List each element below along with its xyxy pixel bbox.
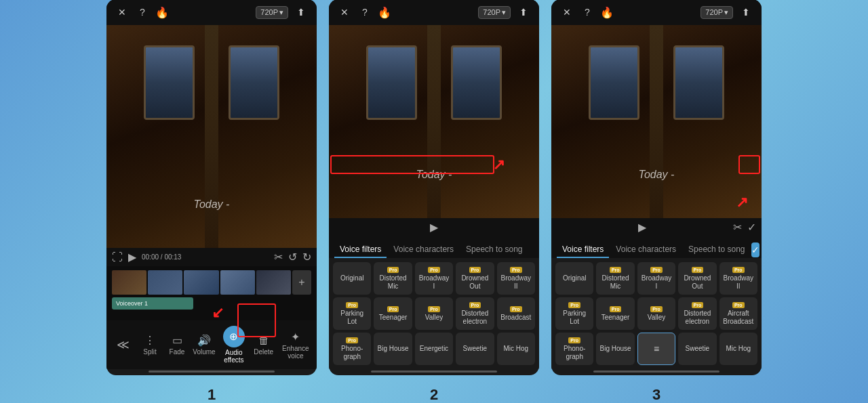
bottom-toolbar-1: ≪ ⋮ Split ▭ Fade 🔊 Volume ⊕ (106, 320, 317, 369)
effect-original-2[interactable]: Original (333, 262, 371, 295)
redo-btn-1[interactable]: ↻ (302, 251, 311, 263)
audio-effects-btn-1[interactable]: ⊕ Audio effects (218, 326, 250, 364)
enhance-btn-1[interactable]: ✦ Enhance voice (277, 331, 314, 360)
quality-badge-3[interactable]: 720P ▾ (701, 6, 733, 19)
effect-broadcast-2[interactable]: Pro Broadcast (497, 297, 535, 330)
effect-drowned-out-3[interactable]: Pro Drowned Out (678, 262, 716, 295)
thumb-4 (220, 270, 255, 295)
mic-hog-icon-selected: ≡ (654, 343, 659, 354)
close-button-3[interactable]: ✕ (559, 5, 574, 20)
red-arrow-1: ↙ (212, 304, 224, 320)
controls-bar-2: ▶ (329, 218, 539, 236)
flame-icon-2: 🔥 (378, 6, 391, 19)
train-window-right-3 (673, 45, 724, 120)
effect-distorted-electron-3[interactable]: Pro Distorted electron (678, 297, 716, 330)
voiceover-label-1: Voiceover 1 (116, 300, 148, 307)
audio-effects-icon-1: ⊕ (229, 331, 238, 343)
effect-teenager-3[interactable]: Pro Teenager (596, 297, 634, 330)
effect-energetic-2[interactable]: Energetic (415, 333, 453, 365)
upload-button-3[interactable]: ⬆ (738, 5, 753, 20)
thumb-1 (112, 270, 146, 295)
delete-btn-1[interactable]: 🗑 Delete (250, 335, 277, 356)
effect-original-3[interactable]: Original (555, 262, 593, 295)
effect-broadway-i-3[interactable]: Pro Broadway I (637, 262, 675, 295)
effect-big-house-3[interactable]: Big House (596, 333, 634, 365)
step-num-1: 1 (106, 386, 317, 403)
effect-drowned-out-2[interactable]: Pro Drowned Out (456, 262, 494, 295)
fullscreen-btn-1[interactable]: ⛶ (112, 251, 123, 263)
collapse-icon-1: ≪ (117, 337, 130, 352)
video-text-3: Today - (639, 169, 675, 181)
upload-button-1[interactable]: ⬆ (294, 5, 309, 20)
play-btn-2[interactable]: ▶ (430, 221, 438, 234)
effect-mic-hog-3[interactable]: Mic Hog (719, 333, 757, 365)
effect-broadway-i-2[interactable]: Pro Broadway I (415, 262, 453, 295)
play-btn-3[interactable]: ▶ (638, 221, 646, 234)
tab-speech-to-song-3[interactable]: Speech to song (683, 242, 750, 258)
help-button-1[interactable]: ? (135, 5, 150, 20)
quality-badge-2[interactable]: 720P ▾ (478, 6, 511, 19)
delete-icon-1: 🗑 (258, 335, 269, 347)
effect-mic-hog-2[interactable]: Mic Hog (497, 333, 535, 365)
tabs-row-2: Voice filters Voice characters Speech to… (329, 236, 539, 258)
tab-voice-filters-2[interactable]: Voice filters (334, 242, 387, 258)
effect-distorted-mic-2[interactable]: Pro Distorted Mic (374, 262, 412, 295)
thumb-2 (148, 270, 182, 295)
close-button-1[interactable]: ✕ (115, 5, 130, 20)
train-window-left-3 (589, 45, 639, 120)
thumb-3 (184, 270, 218, 295)
video-preview-2: Today - (329, 25, 539, 218)
effect-valley-3[interactable]: Pro Valley (637, 297, 675, 330)
scissors-btn-1[interactable]: ✂ (274, 251, 283, 263)
tab-speech-to-song-2[interactable]: Speech to song (460, 242, 528, 258)
scroll-indicator-3 (593, 370, 719, 373)
play-btn-1[interactable]: ▶ (128, 251, 136, 263)
effect-sweetie-2[interactable]: Sweetie (456, 333, 494, 365)
effect-distorted-electron-2[interactable]: Pro Distorted electron (456, 297, 494, 330)
flame-icon-1: 🔥 (155, 6, 169, 19)
tab-voice-characters-3[interactable]: Voice characters (610, 242, 682, 258)
top-bar-2: ✕ ? 🔥 720P ▾ ⬆ (329, 0, 539, 25)
video-preview-1: Today - (106, 25, 317, 248)
thumb-add[interactable]: + (292, 270, 311, 295)
scroll-indicator-2 (371, 370, 497, 373)
effect-sweetie-3[interactable]: Sweetie (678, 333, 716, 365)
help-button-2[interactable]: ? (357, 5, 372, 20)
effects-grid-2: Original Pro Distorted Mic Pro Broadway … (329, 258, 539, 369)
train-window-right-2 (451, 45, 502, 120)
voiceover-bar-1: Voiceover 1 (112, 297, 193, 310)
split-btn-1[interactable]: ⋮ Split (136, 334, 163, 356)
tab-check-button-3[interactable]: ✓ (751, 242, 760, 257)
effect-big-house-2[interactable]: Big House (374, 333, 412, 365)
quality-badge-1[interactable]: 720P ▾ (256, 6, 288, 19)
volume-btn-1[interactable]: 🔊 Volume (191, 334, 218, 356)
effect-phonograph-3[interactable]: Pro Phono-graph (555, 333, 593, 365)
check-btn-3[interactable]: ✓ (747, 221, 756, 234)
effect-aircraft-broadcast-3[interactable]: Pro Aircraft Broadcast (719, 297, 757, 330)
effect-teenager-2[interactable]: Pro Teenager (374, 297, 412, 330)
effect-parking-lot-2[interactable]: Pro Parking Lot (333, 297, 371, 330)
timeline-1: + Voiceover 1 ↙ (106, 266, 317, 320)
train-window-left-2 (366, 45, 417, 120)
effect-phonograph-2[interactable]: Pro Phono-graph (333, 333, 371, 365)
flame-icon-3: 🔥 (600, 6, 614, 19)
close-button-2[interactable]: ✕ (337, 5, 352, 20)
split-icon-1: ⋮ (144, 334, 155, 347)
panels-row: ✕ ? 🔥 720P ▾ ⬆ Today - (106, 0, 762, 382)
effect-valley-2[interactable]: Pro Valley (415, 297, 453, 330)
effect-distorted-mic-3[interactable]: Pro Distorted Mic (596, 262, 634, 295)
tab-voice-filters-3[interactable]: Voice filters (557, 242, 609, 258)
thumb-5 (256, 270, 291, 295)
undo-btn-1[interactable]: ↺ (288, 251, 297, 263)
upload-button-2[interactable]: ⬆ (516, 5, 531, 20)
collapse-btn-1[interactable]: ≪ (109, 337, 136, 352)
effect-mic-hog-selected-3[interactable]: ≡ (637, 333, 675, 365)
scissors-btn-3[interactable]: ✂ (733, 221, 742, 234)
volume-icon-1: 🔊 (197, 334, 211, 347)
tab-voice-characters-2[interactable]: Voice characters (388, 242, 459, 258)
effect-broadway-ii-3[interactable]: Pro Broadway II (719, 262, 757, 295)
effect-broadway-ii-2[interactable]: Pro Broadway II (497, 262, 535, 295)
help-button-3[interactable]: ? (580, 5, 595, 20)
effect-parking-lot-3[interactable]: Pro Parking Lot (555, 297, 593, 330)
fade-btn-1[interactable]: ▭ Fade (163, 334, 191, 356)
